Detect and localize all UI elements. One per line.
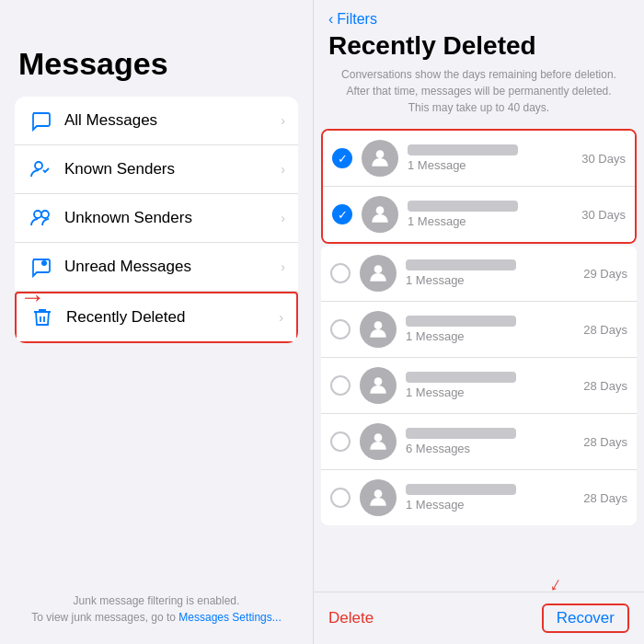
menu-label-unknown-senders: Unknown Senders <box>64 209 281 227</box>
chevron-icon-deleted: › <box>279 310 283 325</box>
menu-item-known-senders[interactable]: Known Senders › <box>15 145 298 194</box>
conv-days-5: 28 Days <box>583 379 627 393</box>
avatar-2 <box>362 196 398 233</box>
highlighted-group: ✓ 1 Message 30 Days ✓ 1 Message <box>321 129 637 244</box>
conv-name-bar-7 <box>406 484 516 495</box>
chevron-icon-unread: › <box>281 259 285 274</box>
chevron-icon-all: › <box>281 113 285 128</box>
conv-days-2: 30 Days <box>581 208 626 222</box>
conv-item-1[interactable]: ✓ 1 Message 30 Days <box>323 131 635 187</box>
conv-sub-7: 1 Message <box>406 498 576 512</box>
menu-label-all-messages: All Messages <box>64 111 281 130</box>
avatar-6 <box>360 423 397 460</box>
conv-name-bar-6 <box>406 428 516 439</box>
avatar-5 <box>360 367 397 404</box>
menu-item-all-messages[interactable]: All Messages › <box>15 97 298 145</box>
conv-item-6[interactable]: 6 Messages 28 Days <box>321 414 637 470</box>
bottom-area: ↓ Delete Recover <box>314 592 644 644</box>
bubble-icon <box>28 108 53 133</box>
back-link[interactable]: ‹ Filters <box>328 11 629 28</box>
conv-name-bar-1 <box>408 144 518 155</box>
conv-item-2[interactable]: ✓ 1 Message 30 Days <box>323 187 635 242</box>
conv-sub-2: 1 Message <box>408 214 574 228</box>
checkbox-2[interactable]: ✓ <box>332 204 352 224</box>
checkbox-6[interactable] <box>330 431 351 452</box>
conv-days-1: 30 Days <box>581 152 626 166</box>
plain-group: 1 Message 29 Days 1 Message 28 Days <box>321 246 637 525</box>
conv-sub-6: 6 Messages <box>406 442 576 455</box>
footer-line1: Junk message filtering is enabled. <box>74 594 240 607</box>
menu-list: All Messages › Known Senders › <box>15 97 298 343</box>
conv-sub-5: 1 Message <box>406 385 576 399</box>
conv-days-7: 28 Days <box>583 491 627 505</box>
avatar-1 <box>362 140 398 177</box>
person-check-icon <box>28 156 53 182</box>
bubble-unread-icon <box>28 254 53 280</box>
conv-content-3: 1 Message <box>406 259 576 287</box>
svg-point-4 <box>376 150 385 158</box>
trash-icon <box>29 305 55 330</box>
conv-item-3[interactable]: 1 Message 29 Days <box>321 246 637 302</box>
conv-content-5: 1 Message <box>406 372 576 399</box>
svg-point-0 <box>35 162 42 169</box>
avatar-7 <box>360 479 397 516</box>
conv-name-bar-3 <box>406 259 516 270</box>
bottom-bar: Delete Recover <box>314 592 644 644</box>
footer-line2: To view junk messages, go to <box>31 611 176 624</box>
messages-title: Messages <box>0 0 313 97</box>
left-panel: Messages All Messages › Known Senders › <box>0 0 313 644</box>
right-panel-title: Recently Deleted <box>328 31 629 61</box>
checkbox-7[interactable] <box>330 488 351 508</box>
right-subtitle: Conversations show the days remaining be… <box>328 66 629 116</box>
menu-item-unknown-senders[interactable]: Unknown Senders › <box>15 194 298 243</box>
menu-label-recently-deleted: Recently Deleted <box>66 308 279 327</box>
back-label: Filters <box>337 11 377 28</box>
checkbox-1[interactable]: ✓ <box>332 148 352 168</box>
delete-button[interactable]: Delete <box>328 609 374 627</box>
conv-days-4: 28 Days <box>583 323 627 337</box>
conv-name-bar-2 <box>408 201 518 212</box>
checkbox-4[interactable] <box>330 319 351 339</box>
conv-content-2: 1 Message <box>408 201 574 228</box>
messages-settings-link[interactable]: Messages Settings... <box>178 611 281 624</box>
conv-item-5[interactable]: 1 Message 28 Days <box>321 358 637 414</box>
menu-label-unread: Unread Messages <box>64 258 281 276</box>
conv-name-bar-4 <box>406 316 516 327</box>
chevron-icon-unknown: › <box>281 211 285 225</box>
conv-sub-3: 1 Message <box>406 273 576 287</box>
recover-button[interactable]: Recover <box>542 604 629 633</box>
conv-content-1: 1 Message <box>408 144 574 172</box>
menu-item-unread-messages[interactable]: Unread Messages › <box>15 243 298 292</box>
left-footer: Junk message filtering is enabled. To vi… <box>0 592 313 626</box>
red-arrow-left: ↑ <box>19 292 49 305</box>
svg-point-6 <box>374 265 383 273</box>
conversation-list: ✓ 1 Message 30 Days ✓ 1 Message <box>314 129 644 592</box>
conv-item-4[interactable]: 1 Message 28 Days <box>321 302 637 358</box>
conv-sub-4: 1 Message <box>406 329 576 343</box>
person-unknown-icon <box>28 205 53 231</box>
svg-point-8 <box>374 377 383 385</box>
conv-content-6: 6 Messages <box>406 428 576 455</box>
right-header: ‹ Filters Recently Deleted Conversations… <box>314 0 644 129</box>
conv-name-bar-5 <box>406 372 516 383</box>
back-chevron-icon: ‹ <box>328 11 333 28</box>
right-panel: ‹ Filters Recently Deleted Conversations… <box>313 0 644 644</box>
conv-item-7[interactable]: 1 Message 28 Days <box>321 470 637 525</box>
avatar-4 <box>360 311 397 348</box>
chevron-icon-known: › <box>281 162 285 177</box>
menu-item-recently-deleted[interactable]: Recently Deleted › <box>15 292 298 343</box>
conv-content-4: 1 Message <box>406 316 576 343</box>
checkbox-5[interactable] <box>330 375 351 396</box>
conv-days-3: 29 Days <box>583 267 627 281</box>
svg-point-9 <box>374 433 383 442</box>
svg-point-7 <box>374 321 383 329</box>
conv-content-7: 1 Message <box>406 484 576 512</box>
svg-point-1 <box>34 211 41 218</box>
svg-point-2 <box>41 211 49 218</box>
avatar-3 <box>360 255 397 292</box>
svg-point-3 <box>41 260 47 266</box>
menu-label-known-senders: Known Senders <box>64 160 281 178</box>
checkbox-3[interactable] <box>330 263 351 283</box>
conv-days-6: 28 Days <box>583 435 627 449</box>
svg-point-10 <box>374 489 383 498</box>
